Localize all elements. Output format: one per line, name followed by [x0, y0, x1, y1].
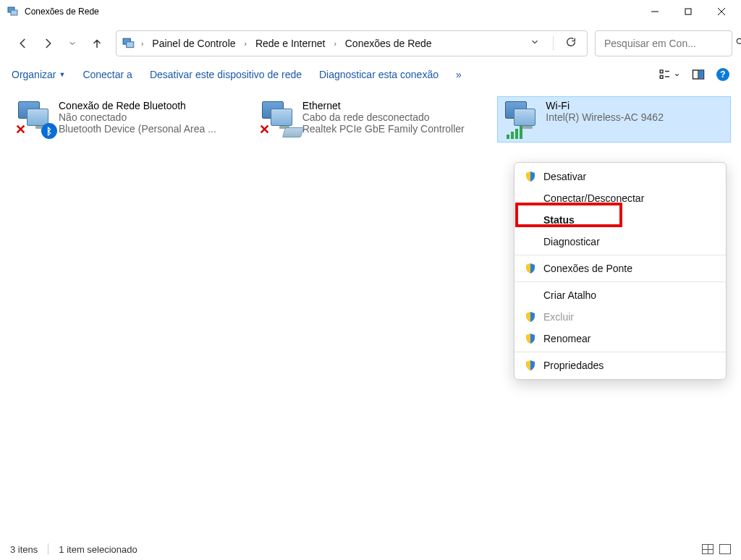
ctx-label: Diagnosticar — [543, 236, 600, 247]
connect-to-button[interactable]: Conectar a — [82, 69, 132, 80]
app-icon — [7, 6, 19, 17]
connection-status: Cabo da rede desconectado — [302, 111, 465, 123]
breadcrumb-item[interactable]: Conexões de Rede — [342, 38, 435, 49]
connection-name: Wi-Fi — [546, 100, 664, 111]
forward-button[interactable] — [41, 36, 55, 51]
bluetooth-adapter-icon: ✕ ᛒ — [14, 98, 59, 140]
breadcrumb-item[interactable]: Painel de Controle — [149, 38, 238, 49]
search-input[interactable] — [603, 37, 732, 50]
connection-device: Intel(R) Wireless-AC 9462 — [546, 111, 664, 123]
search-icon[interactable] — [735, 37, 741, 50]
bluetooth-icon: ᛒ — [41, 123, 57, 139]
command-bar: Organizar▼ Conectar a Desativar este dis… — [0, 65, 741, 89]
selection-count: 1 item selecionado — [59, 544, 137, 555]
large-icons-view-button[interactable] — [719, 544, 731, 554]
ctx-label: Conexões de Ponte — [543, 263, 632, 274]
ctx-label: Status — [543, 214, 575, 226]
wifi-adapter-icon — [501, 98, 546, 140]
ctx-properties[interactable]: Propriedades — [515, 355, 726, 376]
close-button[interactable] — [705, 0, 738, 23]
separator — [515, 281, 726, 282]
overflow-button[interactable]: » — [456, 69, 462, 80]
ctx-disable[interactable]: Desativar — [515, 166, 726, 187]
chevron-right-icon[interactable]: › — [243, 40, 248, 48]
ethernet-plug-icon — [281, 127, 304, 137]
disconnected-x-icon: ✕ — [259, 122, 270, 137]
ctx-label: Propriedades — [543, 360, 604, 371]
ethernet-adapter-icon: ✕ — [258, 98, 302, 140]
back-button[interactable] — [16, 36, 30, 51]
address-bar[interactable]: › Painel de Controle › Rede e Internet ›… — [116, 30, 588, 56]
svg-rect-3 — [685, 9, 691, 14]
ctx-label: Conectar/Desconectar — [543, 192, 644, 204]
svg-rect-16 — [699, 71, 703, 79]
shield-icon — [525, 171, 536, 182]
navigation-row: › Painel de Controle › Rede e Internet ›… — [0, 23, 741, 65]
connection-device: Realtek PCIe GbE Family Controller — [302, 123, 465, 135]
ctx-label: Renomear — [543, 333, 590, 344]
ctx-delete: Excluir — [515, 306, 726, 328]
separator — [515, 255, 726, 255]
connections-list: ✕ ᛒ Conexão de Rede Bluetooth Não conect… — [0, 89, 741, 150]
window-title: Conexões de Rede — [25, 7, 638, 17]
context-menu: Desativar Conectar/Desconectar Status Di… — [514, 162, 727, 380]
connection-device: Bluetooth Device (Personal Area ... — [59, 123, 216, 135]
organize-menu[interactable]: Organizar▼ — [12, 69, 65, 80]
shield-icon — [525, 311, 536, 323]
breadcrumb-item[interactable]: Rede e Internet — [253, 38, 329, 49]
recent-dropdown[interactable] — [65, 36, 80, 51]
shield-icon — [525, 263, 536, 274]
connection-item-bluetooth[interactable]: ✕ ᛒ Conexão de Rede Bluetooth Não conect… — [10, 96, 244, 143]
chevron-right-icon[interactable]: › — [332, 40, 337, 48]
minimize-button[interactable] — [638, 0, 672, 23]
connection-name: Conexão de Rede Bluetooth — [59, 100, 216, 111]
search-box[interactable] — [595, 30, 732, 56]
location-icon — [122, 37, 135, 50]
diagnose-connection-button[interactable]: Diagnosticar esta conexão — [319, 69, 439, 80]
item-count: 3 itens — [10, 544, 38, 555]
view-options-button[interactable] — [659, 68, 680, 81]
maximize-button[interactable] — [672, 0, 705, 23]
details-view-button[interactable] — [702, 544, 714, 554]
connection-item-ethernet[interactable]: ✕ Ethernet Cabo da rede desconectado Rea… — [254, 96, 488, 143]
ctx-diagnose[interactable]: Diagnosticar — [515, 231, 726, 253]
svg-point-8 — [737, 38, 741, 43]
help-button[interactable]: ? — [716, 68, 729, 81]
ctx-connect-disconnect[interactable]: Conectar/Desconectar — [515, 187, 726, 209]
svg-rect-1 — [11, 10, 17, 15]
title-bar: Conexões de Rede — [0, 0, 741, 23]
ctx-rename[interactable]: Renomear — [515, 328, 726, 349]
ctx-label: Criar Atalho — [543, 289, 596, 301]
disable-device-button[interactable]: Desativar este dispositivo de rede — [150, 69, 302, 80]
ctx-bridge[interactable]: Conexões de Ponte — [515, 258, 726, 279]
wifi-signal-icon — [507, 126, 522, 139]
svg-rect-7 — [127, 42, 134, 48]
ctx-status[interactable]: Status — [515, 209, 726, 231]
separator — [515, 352, 726, 352]
up-button[interactable] — [90, 36, 104, 51]
ctx-create-shortcut[interactable]: Criar Atalho — [515, 284, 726, 306]
ctx-label: Desativar — [543, 171, 586, 182]
connection-item-wifi[interactable]: Wi-Fi Intel(R) Wireless-AC 9462 — [497, 96, 731, 143]
svg-rect-11 — [660, 76, 663, 79]
refresh-button[interactable] — [561, 36, 581, 51]
separator — [48, 543, 48, 555]
shield-icon — [525, 360, 536, 371]
connection-name: Ethernet — [302, 100, 465, 111]
disconnected-x-icon: ✕ — [15, 122, 26, 137]
chevron-right-icon[interactable]: › — [140, 40, 145, 48]
connection-status: Não conectado — [59, 111, 216, 123]
shield-icon — [525, 333, 536, 344]
status-bar: 3 itens 1 item selecionado — [0, 538, 741, 560]
svg-rect-10 — [660, 70, 663, 73]
preview-pane-button[interactable] — [692, 68, 705, 81]
ctx-label: Excluir — [543, 311, 574, 323]
address-dropdown[interactable] — [524, 37, 546, 50]
